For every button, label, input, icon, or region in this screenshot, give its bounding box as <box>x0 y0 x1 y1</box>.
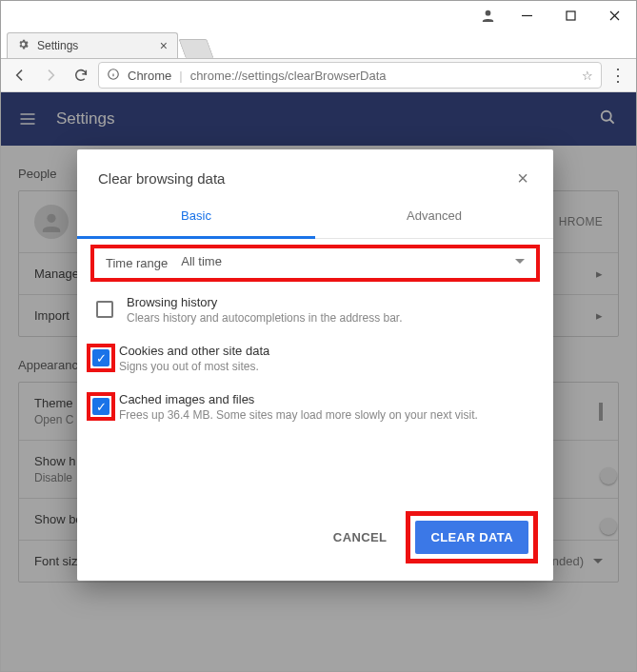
svg-point-0 <box>485 10 490 15</box>
checkbox-cached[interactable]: ✓ <box>92 398 109 415</box>
window-maximize-button[interactable] <box>548 1 592 30</box>
chevron-down-icon <box>515 259 525 264</box>
site-info-icon[interactable] <box>107 68 120 84</box>
bookmark-star-icon[interactable]: ☆ <box>582 69 593 83</box>
time-range-highlight: Time range All time <box>90 245 540 282</box>
window-titlebar <box>1 1 636 30</box>
browser-tab-settings[interactable]: Settings × <box>7 32 178 58</box>
url-path: chrome://settings/clearBrowserData <box>190 69 387 83</box>
dialog-title: Clear browsing data <box>98 170 225 187</box>
clear-data-highlight: CLEAR DATA <box>406 511 538 563</box>
window-minimize-button[interactable] <box>505 1 548 30</box>
option-cached[interactable]: ✓ Cached images and files Frees up 36.4 … <box>77 383 553 431</box>
clear-data-button[interactable]: CLEAR DATA <box>415 521 528 554</box>
time-range-select[interactable]: All time <box>181 254 525 272</box>
cancel-button[interactable]: CANCEL <box>324 523 397 552</box>
url-origin: Chrome <box>128 69 171 83</box>
dialog-close-button[interactable]: × <box>509 165 536 191</box>
tab-close-icon[interactable]: × <box>160 39 168 52</box>
profile-icon[interactable] <box>470 1 505 30</box>
checkbox-browsing-history[interactable] <box>96 301 113 318</box>
checkbox-highlight: ✓ <box>87 344 115 372</box>
clear-browsing-data-dialog: Clear browsing data × Basic Advanced Tim… <box>77 149 553 581</box>
browser-toolbar: Chrome | chrome://settings/clearBrowserD… <box>1 58 636 92</box>
address-bar[interactable]: Chrome | chrome://settings/clearBrowserD… <box>98 62 602 89</box>
svg-rect-1 <box>567 11 575 20</box>
time-range-label: Time range <box>106 256 168 270</box>
checkbox-highlight: ✓ <box>87 392 115 421</box>
browser-tabstrip: Settings × <box>1 30 636 58</box>
back-button[interactable] <box>7 62 33 89</box>
window-close-button[interactable] <box>592 1 636 30</box>
option-cookies[interactable]: ✓ Cookies and other site data Signs you … <box>77 334 553 383</box>
forward-button[interactable] <box>37 62 64 89</box>
new-tab-button[interactable] <box>178 39 213 58</box>
gear-icon <box>17 38 30 53</box>
tab-advanced[interactable]: Advanced <box>315 197 553 239</box>
option-browsing-history[interactable]: Browsing history Clears history and auto… <box>77 286 553 334</box>
tab-title: Settings <box>37 39 78 52</box>
browser-menu-button[interactable]: ⋮ <box>606 65 630 86</box>
checkbox-cookies[interactable]: ✓ <box>92 349 109 366</box>
tab-basic[interactable]: Basic <box>77 197 315 239</box>
reload-button[interactable] <box>68 62 94 89</box>
